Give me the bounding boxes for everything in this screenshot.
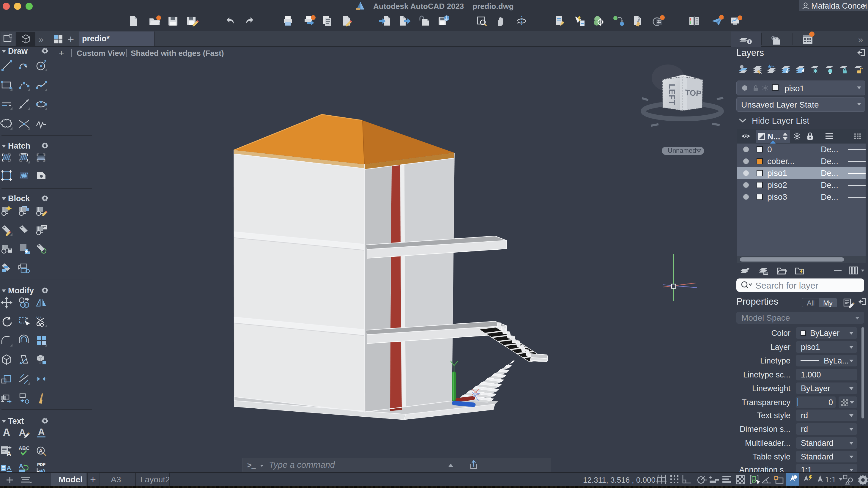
svg-text:A: A xyxy=(19,427,26,438)
svg-text:LEFT: LEFT xyxy=(668,84,676,105)
svg-text:A: A xyxy=(6,464,11,471)
svg-text:A: A xyxy=(38,426,44,437)
svg-text:ABC: ABC xyxy=(19,446,30,451)
svg-text:A: A xyxy=(19,462,24,470)
svg-text:TOP: TOP xyxy=(685,88,702,98)
svg-text:Unnamed: Unnamed xyxy=(668,147,696,154)
svg-text:A: A xyxy=(6,450,11,457)
svg-text:A: A xyxy=(3,426,10,439)
svg-text:PDF: PDF xyxy=(37,462,45,467)
svg-text:i: i xyxy=(749,39,750,44)
svg-text:A: A xyxy=(39,448,43,454)
